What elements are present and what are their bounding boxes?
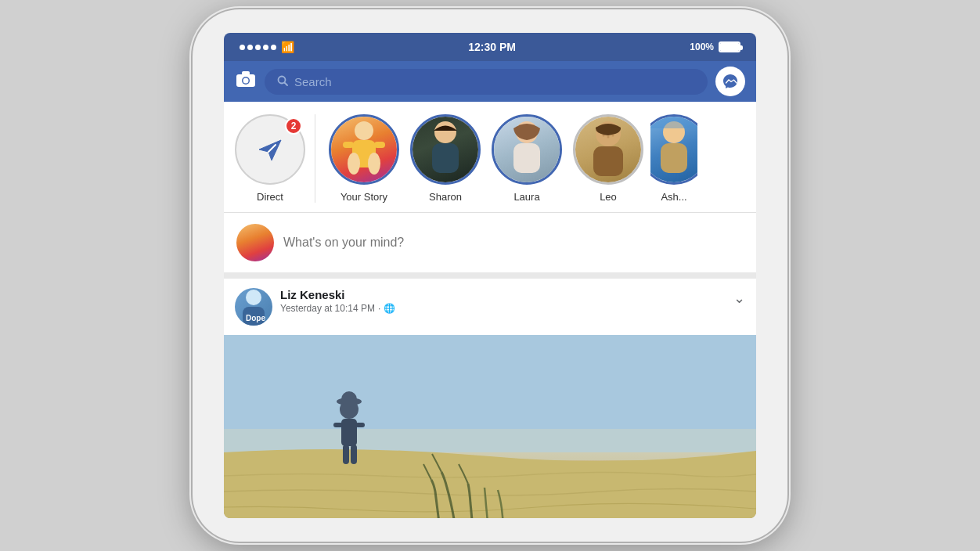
svg-rect-10	[374, 142, 385, 148]
post-header: Dope Liz Keneski Yesterday at 10:14 PM ·…	[224, 279, 756, 335]
svg-rect-34	[343, 445, 349, 464]
post-user-name: Liz Keneski	[280, 288, 745, 301]
svg-point-11	[348, 153, 360, 175]
signal-bars	[240, 45, 276, 50]
post-user-avatar	[236, 224, 274, 261]
story-direct[interactable]: 2 Direct	[235, 114, 315, 203]
search-icon	[277, 75, 288, 88]
svg-point-2	[243, 78, 249, 84]
phone-screen: 📶 12:30 PM 100%	[224, 33, 756, 518]
svg-point-12	[368, 153, 380, 175]
direct-plane-icon	[255, 135, 285, 164]
post-dot: ·	[378, 303, 380, 314]
svg-rect-3	[242, 71, 250, 75]
wifi-icon: 📶	[281, 41, 294, 53]
globe-icon: 🌐	[384, 303, 395, 314]
svg-line-5	[285, 82, 288, 85]
your-story-avatar	[329, 114, 399, 185]
search-bar: Search	[224, 61, 756, 102]
story-ash[interactable]: Ash...	[650, 114, 697, 203]
status-left: 📶	[240, 41, 294, 53]
post-user-info: Liz Keneski Yesterday at 10:14 PM · 🌐	[280, 288, 745, 314]
post-user-avatar-liz: Dope	[235, 288, 272, 326]
search-placeholder-text: Search	[294, 75, 332, 88]
ash-label: Ash...	[661, 191, 686, 203]
leo-avatar	[573, 114, 643, 185]
status-time: 12:30 PM	[468, 41, 516, 53]
direct-circle: 2	[235, 114, 305, 185]
phone-frame: 📶 12:30 PM 100%	[193, 9, 787, 542]
laura-label: Laura	[513, 191, 539, 203]
svg-point-20	[607, 136, 610, 139]
messenger-icon	[722, 73, 739, 90]
svg-rect-33	[355, 423, 365, 427]
story-laura[interactable]: Laura	[488, 114, 566, 203]
svg-rect-35	[351, 445, 357, 464]
svg-point-25	[246, 290, 261, 305]
svg-rect-24	[650, 117, 697, 128]
direct-label: Direct	[257, 191, 283, 203]
post-card: Dope Liz Keneski Yesterday at 10:14 PM ·…	[224, 279, 756, 518]
battery-percent: 100%	[690, 41, 714, 52]
direct-badge: 2	[285, 117, 302, 135]
leo-label: Leo	[600, 191, 617, 203]
svg-point-19	[603, 135, 605, 137]
sharon-avatar	[410, 114, 481, 185]
post-box	[224, 213, 756, 279]
camera-button[interactable]	[235, 70, 257, 93]
post-meta: Yesterday at 10:14 PM · 🌐	[280, 303, 745, 314]
svg-rect-14	[432, 143, 459, 173]
svg-rect-23	[661, 143, 687, 173]
svg-text:Dope: Dope	[246, 314, 265, 322]
ash-avatar	[650, 114, 697, 185]
status-bar: 📶 12:30 PM 100%	[224, 33, 756, 61]
svg-rect-9	[343, 142, 354, 148]
story-leo[interactable]: Leo	[569, 114, 647, 203]
story-your-story[interactable]: Your Story	[325, 114, 403, 203]
svg-point-13	[434, 121, 456, 143]
svg-rect-18	[593, 146, 623, 176]
post-image	[224, 335, 756, 518]
status-right: 100%	[690, 41, 740, 52]
chevron-down-icon[interactable]: ⌄	[733, 290, 745, 307]
stories-strip: 2 Direct	[224, 102, 756, 213]
laura-avatar	[492, 114, 562, 185]
svg-rect-32	[333, 423, 343, 427]
search-input-container[interactable]: Search	[265, 69, 708, 95]
post-input[interactable]	[283, 236, 744, 250]
svg-rect-16	[513, 143, 540, 173]
svg-rect-31	[341, 419, 357, 446]
sharon-label: Sharon	[429, 191, 462, 203]
battery-icon	[719, 41, 740, 52]
your-story-label: Your Story	[340, 191, 387, 203]
messenger-button[interactable]	[715, 67, 745, 96]
svg-point-37	[341, 391, 357, 407]
story-sharon[interactable]: Sharon	[406, 114, 485, 203]
post-timestamp: Yesterday at 10:14 PM	[280, 303, 375, 314]
svg-point-7	[355, 121, 373, 140]
svg-point-21	[612, 135, 614, 137]
